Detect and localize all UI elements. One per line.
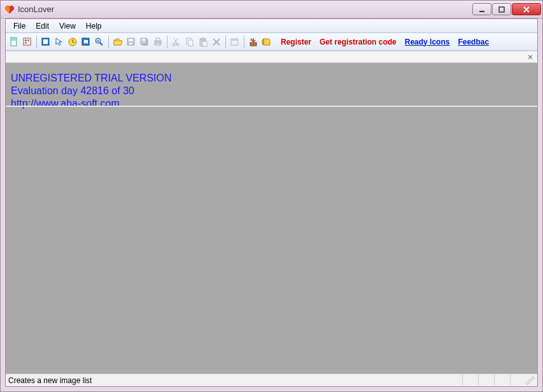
print-button[interactable] xyxy=(152,36,164,48)
new-library-button[interactable] xyxy=(22,36,33,48)
new-image-list-button[interactable] xyxy=(40,36,52,48)
minimize-button[interactable] xyxy=(472,3,491,15)
client-area: File Edit View Help xyxy=(5,18,538,387)
svg-rect-16 xyxy=(129,43,132,45)
svg-rect-22 xyxy=(156,43,160,45)
close-button[interactable] xyxy=(512,3,541,15)
new-cursor-button[interactable] xyxy=(53,36,65,48)
svg-rect-19 xyxy=(142,39,145,41)
titlebar[interactable]: IconLover xyxy=(1,1,542,18)
ready-icons-link[interactable]: Ready Icons xyxy=(405,38,450,46)
statusbar: Creates a new image list xyxy=(6,374,537,386)
menu-view[interactable]: View xyxy=(54,20,81,32)
app-window: IconLover File Edit View Help xyxy=(0,0,543,392)
toolbar-separator xyxy=(36,36,37,48)
toolbar-separator xyxy=(225,36,226,48)
status-text: Creates a new image list xyxy=(8,376,92,385)
paste-button[interactable] xyxy=(197,36,209,48)
menu-file[interactable]: File xyxy=(8,20,31,32)
svg-rect-6 xyxy=(27,39,29,41)
toolbar-separator xyxy=(167,36,167,48)
svg-rect-4 xyxy=(24,38,31,45)
trial-line-2: Evaluation day 42816 of 30 xyxy=(11,85,172,97)
animated-cursor-button[interactable] xyxy=(80,36,92,48)
svg-rect-29 xyxy=(202,41,207,46)
svg-rect-9 xyxy=(43,39,48,44)
get-registration-code-link[interactable]: Get registration code xyxy=(320,38,397,46)
tab-close-icon[interactable]: ✕ xyxy=(526,53,535,62)
toolbar-separator xyxy=(108,36,109,48)
svg-rect-1 xyxy=(499,7,504,12)
save-all-button[interactable] xyxy=(139,36,150,48)
menubar: File Edit View Help xyxy=(6,19,537,33)
copy-button[interactable] xyxy=(184,36,195,48)
svg-rect-31 xyxy=(231,39,238,41)
toolbar: ic xyxy=(6,33,537,51)
open-button[interactable] xyxy=(112,36,123,48)
app-icon xyxy=(4,4,15,15)
svg-rect-15 xyxy=(129,39,133,41)
save-button[interactable] xyxy=(125,36,137,48)
workspace: UNREGISTERED TRIAL VERSION Evaluation da… xyxy=(6,63,537,374)
help-button[interactable] xyxy=(261,36,272,48)
svg-rect-32 xyxy=(250,43,257,46)
trial-line-1: UNREGISTERED TRIAL VERSION xyxy=(11,72,172,85)
status-cell xyxy=(510,374,526,386)
delete-button[interactable] xyxy=(211,36,222,48)
new-icon-button[interactable] xyxy=(8,36,20,48)
feedback-link[interactable]: Feedbac xyxy=(458,38,489,46)
trial-url[interactable]: http://www.aha-soft.com xyxy=(11,97,172,110)
status-cell xyxy=(494,374,510,386)
trial-notice: UNREGISTERED TRIAL VERSION Evaluation da… xyxy=(11,72,172,110)
download-icons-button[interactable] xyxy=(248,36,259,48)
status-cell xyxy=(478,374,494,386)
register-link[interactable]: Register xyxy=(281,38,311,46)
status-cell xyxy=(462,374,478,386)
search-icons-button[interactable]: ic xyxy=(94,36,105,48)
svg-rect-26 xyxy=(188,40,193,46)
resize-grip-icon[interactable] xyxy=(526,376,535,385)
properties-button[interactable] xyxy=(229,36,241,48)
divider xyxy=(6,106,537,107)
maximize-button[interactable] xyxy=(492,3,511,15)
clock-icon-button[interactable] xyxy=(67,36,78,48)
toolbar-separator xyxy=(244,36,244,48)
svg-rect-21 xyxy=(156,38,160,41)
menu-help[interactable]: Help xyxy=(81,20,107,32)
tab-bar: ✕ xyxy=(6,51,537,63)
svg-point-33 xyxy=(251,38,253,40)
window-controls xyxy=(472,3,541,15)
cut-button[interactable] xyxy=(171,36,182,48)
svg-rect-5 xyxy=(25,39,27,41)
svg-rect-3 xyxy=(11,38,16,41)
window-title: IconLover xyxy=(18,4,472,14)
svg-text:ic: ic xyxy=(97,39,99,43)
svg-rect-0 xyxy=(479,11,484,12)
menu-edit[interactable]: Edit xyxy=(31,20,54,32)
svg-rect-28 xyxy=(201,38,204,40)
svg-rect-7 xyxy=(25,42,27,44)
